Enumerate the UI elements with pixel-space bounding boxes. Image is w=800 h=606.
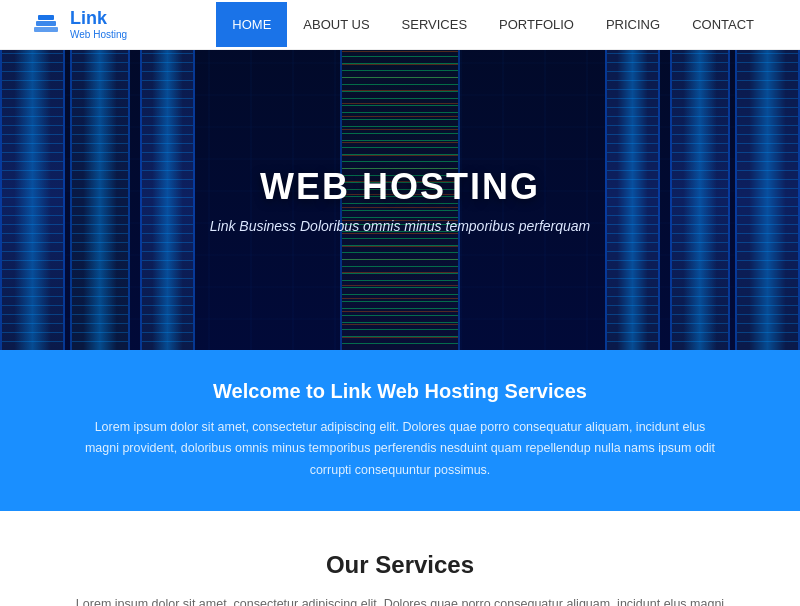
main-nav: HOME ABOUT US SERVICES PORTFOLIO PRICING… <box>216 2 770 47</box>
logo: Link Web Hosting <box>30 9 127 41</box>
hero-section: WEB HOSTING Link Business Doloribus omni… <box>0 50 800 350</box>
nav-portfolio[interactable]: PORTFOLIO <box>483 2 590 47</box>
banner-body: Lorem ipsum dolor sit amet, consectetur … <box>80 417 720 481</box>
nav-contact[interactable]: CONTACT <box>676 2 770 47</box>
logo-tagline: Web Hosting <box>70 29 127 40</box>
welcome-banner: Welcome to Link Web Hosting Services Lor… <box>0 350 800 511</box>
nav-about[interactable]: ABOUT US <box>287 2 385 47</box>
hero-subtitle: Link Business Doloribus omnis minus temp… <box>210 218 591 234</box>
rack-3 <box>140 50 195 350</box>
rack-1 <box>0 50 65 350</box>
banner-heading: Welcome to Link Web Hosting Services <box>80 380 720 403</box>
header: Link Web Hosting HOME ABOUT US SERVICES … <box>0 0 800 50</box>
svg-rect-1 <box>36 21 56 26</box>
hero-content: WEB HOSTING Link Business Doloribus omni… <box>210 166 591 234</box>
hero-title: WEB HOSTING <box>210 166 591 208</box>
logo-icon <box>30 9 62 41</box>
rack-4 <box>735 50 800 350</box>
logo-name: Link <box>70 9 127 29</box>
svg-rect-0 <box>34 27 58 32</box>
nav-home[interactable]: HOME <box>216 2 287 47</box>
services-heading: Our Services <box>60 551 740 579</box>
rack-2 <box>70 50 130 350</box>
rack-5 <box>670 50 730 350</box>
services-description: Lorem ipsum dolor sit amet, consectetur … <box>60 594 740 606</box>
services-section: Our Services Lorem ipsum dolor sit amet,… <box>0 511 800 606</box>
svg-rect-2 <box>38 15 54 20</box>
rack-6 <box>605 50 660 350</box>
nav-services[interactable]: SERVICES <box>386 2 484 47</box>
nav-pricing[interactable]: PRICING <box>590 2 676 47</box>
